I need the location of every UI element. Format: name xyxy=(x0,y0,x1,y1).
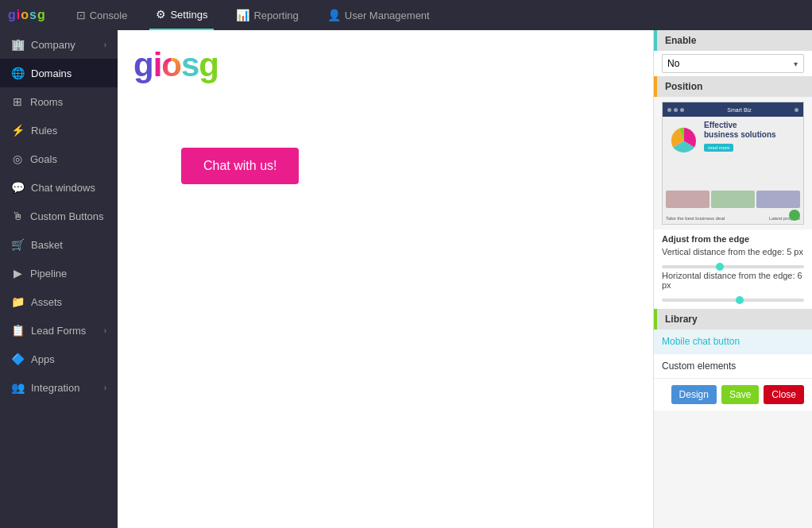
pos-effective-text: Effectivebusiness solutions xyxy=(704,121,800,140)
sidebar-item-rules[interactable]: ⚡ Rules xyxy=(0,116,118,145)
reporting-icon: 📊 xyxy=(236,9,249,21)
chat-with-us-button[interactable]: Chat with us! xyxy=(181,148,299,184)
enable-header: Enable xyxy=(654,30,812,51)
console-icon: ⊡ xyxy=(76,9,86,21)
sidebar-item-custom-buttons[interactable]: 🖱 Custom Buttons xyxy=(0,202,118,230)
pos-pie-chart xyxy=(666,123,702,159)
logo: giosg xyxy=(8,8,46,22)
sidebar-item-goals[interactable]: ◎ Goals xyxy=(0,145,118,173)
basket-icon: 🛒 xyxy=(11,238,25,251)
position-header: Position xyxy=(654,76,812,97)
nav-settings[interactable]: ⚙ Settings xyxy=(149,0,214,30)
mobile-chat-button-item[interactable]: Mobile chat button xyxy=(654,330,812,354)
sidebar-item-assets[interactable]: 📁 Assets xyxy=(0,287,118,316)
chevron-right-icon2: › xyxy=(104,326,106,335)
chevron-right-icon3: › xyxy=(104,383,106,392)
sidebar-item-chat-windows[interactable]: 💬 Chat windows xyxy=(0,173,118,202)
sidebar-item-pipeline[interactable]: ▶ Pipeline xyxy=(0,259,118,287)
custom-buttons-icon: 🖱 xyxy=(11,210,24,222)
lead-forms-icon: 📋 xyxy=(11,324,25,337)
nav-user-management[interactable]: 👤 User Management xyxy=(321,0,436,30)
chevron-right-icon: › xyxy=(104,40,106,49)
adjust-title: Adjust from the edge xyxy=(662,234,804,244)
sidebar-item-company[interactable]: 🏢 Company › xyxy=(0,30,118,59)
horizontal-distance-slider[interactable] xyxy=(662,299,804,302)
sidebar-item-integration[interactable]: 👥 Integration › xyxy=(0,373,118,402)
domains-icon: 🌐 xyxy=(11,67,25,79)
position-preview[interactable]: Smart Biz Effectivebusiness solutions xyxy=(662,102,804,225)
apps-icon: 🔷 xyxy=(11,353,25,365)
pos-chat-indicator xyxy=(789,210,800,221)
save-button[interactable]: Save xyxy=(721,385,759,404)
preview-area: giosg demo.giosg.com Chat with us! xyxy=(118,30,653,528)
rooms-icon: ⊞ xyxy=(11,95,24,108)
preview-logo: giosg xyxy=(133,46,218,84)
company-icon: 🏢 xyxy=(11,38,25,51)
assets-icon: 📁 xyxy=(11,295,25,308)
pos-read-more: read more xyxy=(704,144,733,152)
library-header: Library xyxy=(654,309,812,330)
right-panel: Enable No Yes ▾ Position Smart Biz xyxy=(653,30,812,528)
goals-icon: ◎ xyxy=(11,152,24,165)
enable-select-wrap: No Yes ▾ xyxy=(654,51,812,76)
nav-reporting[interactable]: 📊 Reporting xyxy=(230,0,304,30)
pos-header-text: Smart Biz xyxy=(686,107,792,113)
vertical-distance-slider[interactable] xyxy=(662,265,804,268)
panel-buttons: Design Save Close xyxy=(654,379,812,410)
sidebar-item-rooms[interactable]: ⊞ Rooms xyxy=(0,87,118,116)
integration-icon: 👥 xyxy=(11,381,25,394)
nav-console[interactable]: ⊡ Console xyxy=(70,0,134,30)
sidebar-item-lead-forms[interactable]: 📋 Lead Forms › xyxy=(0,316,118,345)
top-navigation: giosg ⊡ Console ⚙ Settings 📊 Reporting 👤… xyxy=(0,0,812,30)
design-button[interactable]: Design xyxy=(671,385,717,404)
sidebar: 🏢 Company › 🌐 Domains ⊞ Rooms ⚡ Rules xyxy=(0,30,118,528)
main-layout: 🏢 Company › 🌐 Domains ⊞ Rooms ⚡ Rules xyxy=(0,30,812,528)
settings-icon: ⚙ xyxy=(156,8,166,21)
adjust-section: Adjust from the edge Vertical distance f… xyxy=(654,229,812,309)
enable-select[interactable]: No Yes xyxy=(662,54,804,73)
close-button[interactable]: Close xyxy=(764,385,804,404)
pos-footer-left: Take the best business deal xyxy=(666,216,725,221)
main-content: giosg demo.giosg.com Chat with us! xyxy=(118,30,653,528)
sidebar-item-domains[interactable]: 🌐 Domains xyxy=(0,59,118,87)
horizontal-distance-label: Horizontal distance from the edge: 6 px xyxy=(662,271,804,290)
sidebar-item-apps[interactable]: 🔷 Apps xyxy=(0,345,118,373)
custom-elements-item[interactable]: Custom elements xyxy=(654,354,812,379)
vertical-distance-label: Vertical distance from the edge: 5 px xyxy=(662,247,804,256)
pipeline-icon: ▶ xyxy=(11,267,24,279)
rules-icon: ⚡ xyxy=(11,124,25,137)
chat-icon: 💬 xyxy=(11,181,25,194)
user-icon: 👤 xyxy=(327,9,341,21)
sidebar-item-basket[interactable]: 🛒 Basket xyxy=(0,230,118,259)
